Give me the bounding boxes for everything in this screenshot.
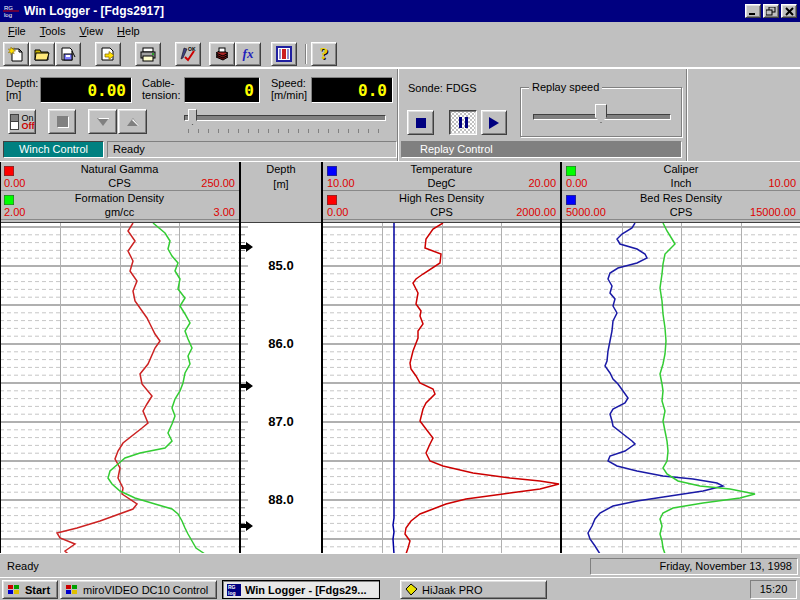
- toolbar-separator: [305, 44, 307, 64]
- menu-tools[interactable]: Tools: [33, 23, 73, 39]
- log-view: Natural Gamma 0.00 CPS 250.00 Formation …: [0, 161, 800, 553]
- winch-power-toggle[interactable]: On Off: [8, 109, 36, 134]
- status-bar: Ready Friday, November 13, 1998: [0, 553, 800, 577]
- new-document-icon: [8, 46, 24, 62]
- depth-label: 88.0: [241, 492, 321, 507]
- pause-icon: [459, 117, 468, 128]
- status-date: Friday, November 13, 1998: [590, 558, 798, 575]
- track3-plot: [562, 223, 800, 554]
- replay-stop-button[interactable]: [407, 110, 434, 135]
- cable-tension-label: Cable-tension:: [142, 77, 181, 101]
- title-bar: RG log Win Logger - [Fdgs2917]: [0, 0, 800, 22]
- channel-header-row: Bed Res Density 5000.00 CPS 15000.00: [562, 191, 800, 220]
- windows-flag-icon: [7, 584, 21, 596]
- replay-speed-label: Replay speed: [529, 81, 602, 93]
- replay-speed-slider-thumb[interactable]: [595, 104, 607, 123]
- winch-speed-slider-thumb[interactable]: [188, 109, 197, 125]
- win-logger-window: RG log Win Logger - [Fdgs2917] File Tool…: [0, 0, 800, 600]
- track3-header: Caliper 0.00 Inch 10.00 Bed Res Density …: [562, 162, 800, 222]
- speed-readout-label: Speed:[m/min]: [271, 77, 307, 101]
- task-mirovideo[interactable]: miroVIDEO DC10 Control: [60, 580, 217, 599]
- cable-tension-readout: 0: [184, 77, 260, 103]
- windows-flag-icon: [65, 584, 79, 596]
- save-log-button[interactable]: [55, 42, 81, 66]
- new-log-button[interactable]: [3, 42, 29, 66]
- winch-speed-slider[interactable]: [184, 115, 386, 121]
- help-icon: ?: [320, 44, 329, 64]
- channel-headers: Natural Gamma 0.00 CPS 250.00 Formation …: [0, 162, 800, 223]
- restore-button[interactable]: [763, 4, 779, 18]
- minimize-icon: [748, 7, 758, 16]
- status-text: Ready: [7, 560, 39, 572]
- winch-slider-ticks: [188, 129, 386, 133]
- replay-pause-button[interactable]: [449, 110, 477, 135]
- panel-divider-right: [686, 69, 688, 162]
- chart-view-button[interactable]: [271, 42, 297, 66]
- verify-button[interactable]: OK: [175, 42, 201, 66]
- app-icon[interactable]: RG log: [3, 4, 19, 18]
- chart-window-icon: [276, 46, 292, 62]
- arrow-up-icon: [127, 118, 139, 126]
- winch-status: Ready: [107, 141, 397, 158]
- svg-text:OK: OK: [188, 46, 196, 52]
- column-divider: [321, 162, 323, 554]
- open-button[interactable]: [29, 42, 55, 66]
- power-labels: On Off: [20, 114, 35, 130]
- channel-header-row: Caliper 0.00 Inch 10.00: [562, 162, 800, 191]
- column-divider: [0, 162, 1, 554]
- help-button[interactable]: ?: [311, 42, 337, 66]
- winch-down-button[interactable]: [88, 109, 117, 134]
- print-button[interactable]: [135, 42, 161, 66]
- panel-divider: [397, 69, 399, 162]
- log-books-button[interactable]: [209, 42, 235, 66]
- close-icon: [785, 7, 794, 16]
- taskbar: Start miroVIDEO DC10 Control RG log Win …: [0, 577, 800, 600]
- menu-view[interactable]: View: [72, 23, 110, 39]
- depth-readout: 0.00: [40, 77, 132, 103]
- arrow-down-icon: [97, 118, 109, 126]
- column-divider: [239, 162, 241, 554]
- menu-help[interactable]: Help: [110, 23, 147, 39]
- depth-readout-label: Depth:[m]: [6, 77, 38, 101]
- winch-stop-button[interactable]: [48, 109, 76, 134]
- replay-control-caption: Replay Control: [401, 141, 682, 158]
- svg-text:RG: RG: [4, 5, 13, 11]
- save-document-icon: [60, 46, 76, 62]
- minimize-button[interactable]: [745, 4, 761, 18]
- winch-up-button[interactable]: [118, 109, 147, 134]
- power-switch-icon: [10, 114, 19, 130]
- column-divider: [560, 162, 562, 554]
- export-button[interactable]: [95, 42, 121, 66]
- replay-speed-group: Replay speed: [520, 87, 682, 137]
- track3-curves: [562, 223, 800, 554]
- track2-plot: [323, 223, 560, 554]
- track2-header: Temperature 10.00 DegC 20.00 High Res De…: [323, 162, 560, 222]
- channel-header-row: Natural Gamma 0.00 CPS 250.00: [0, 162, 239, 191]
- function-button[interactable]: fx: [235, 42, 261, 66]
- verify-ok-icon: OK: [179, 46, 197, 62]
- control-panel: Depth:[m] 0.00 Cable-tension: 0 Speed:[m…: [0, 68, 800, 161]
- menu-file[interactable]: File: [1, 23, 33, 39]
- track1-curves: [0, 223, 239, 554]
- depth-header: Depth [m]: [241, 162, 321, 222]
- rg-log-icon: RG log: [227, 584, 241, 596]
- stop-icon: [57, 116, 68, 127]
- taskbar-clock: 15:20: [750, 580, 797, 599]
- channel-header-row: High Res Density 0.00 CPS 2000.00: [323, 191, 560, 220]
- fx-icon: fx: [243, 46, 254, 62]
- channel-header-row: Formation Density 2.00 gm/cc 3.00: [0, 191, 239, 220]
- start-button[interactable]: Start: [2, 580, 58, 599]
- books-icon: [214, 46, 230, 62]
- close-button[interactable]: [781, 4, 797, 18]
- depth-label: 87.0: [241, 414, 321, 429]
- task-hijaak[interactable]: HiJaak PRO: [400, 580, 547, 599]
- speed-readout: 0.0: [311, 77, 393, 103]
- export-page-icon: [100, 46, 116, 62]
- task-winlogger[interactable]: RG log Win Logger - [Fdgs29...: [222, 580, 380, 599]
- open-folder-icon: [34, 46, 50, 62]
- replay-play-button[interactable]: [481, 110, 507, 135]
- play-icon: [489, 117, 499, 129]
- svg-text:log: log: [4, 12, 12, 18]
- track1-plot: [0, 223, 239, 554]
- sonde-value: FDGS: [446, 82, 477, 94]
